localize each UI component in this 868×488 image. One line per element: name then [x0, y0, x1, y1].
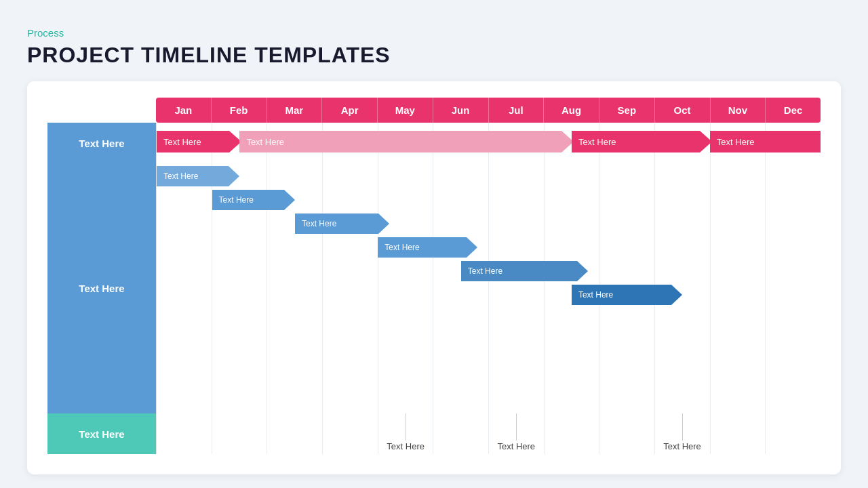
row1-section: Text HereText HereText HereText Here: [157, 123, 821, 161]
row2-bar-0: Text Here: [157, 166, 239, 186]
row1-label: Text Here: [47, 123, 156, 163]
row1-bar-2: Text Here: [572, 131, 712, 152]
months-row: JanFebMarAprMayJunJulAugSepOctNovDec: [156, 98, 821, 123]
row2-bar-2: Text Here: [295, 214, 389, 234]
row2-bar-4: Text Here: [461, 261, 589, 281]
month-cell-jan: Jan: [156, 98, 212, 123]
page-title: PROJECT TIMELINE TEMPLATES: [27, 43, 841, 68]
milestone-line-0: [406, 413, 406, 441]
row1-bar-3: Text Here: [710, 131, 821, 152]
month-cell-feb: Feb: [212, 98, 267, 123]
milestone-label-2: Text Here: [663, 441, 701, 451]
chart-container: JanFebMarAprMayJunJulAugSepOctNovDec Tex…: [27, 81, 841, 474]
grid-body: Text Here Text Here Text Here Text HereT…: [47, 123, 821, 454]
milestone-line-1: [516, 413, 517, 441]
row2-section: Text HereText HereText HereText HereText…: [157, 161, 821, 413]
row3-section: Text HereText HereText Here: [157, 413, 821, 454]
month-cell-may: May: [378, 98, 433, 123]
row3-label: Text Here: [47, 413, 156, 454]
month-cell-mar: Mar: [267, 98, 323, 123]
month-cell-dec: Dec: [766, 98, 821, 123]
row2-bar-3: Text Here: [378, 237, 477, 258]
row1-bar-0: Text Here: [157, 131, 241, 152]
milestone-label-0: Text Here: [387, 441, 425, 451]
row2-bar-1: Text Here: [212, 190, 295, 210]
page-label: Process: [27, 27, 841, 39]
row2-bar-5: Text Here: [572, 285, 682, 305]
month-cell-apr: Apr: [322, 98, 378, 123]
timeline-wrapper: JanFebMarAprMayJunJulAugSepOctNovDec Tex…: [47, 98, 821, 454]
month-cell-aug: Aug: [544, 98, 599, 123]
month-cell-jul: Jul: [489, 98, 545, 123]
grid-area: Text HereText HereText HereText Here Tex…: [156, 123, 821, 454]
month-cell-nov: Nov: [711, 98, 766, 123]
row1-bar-1: Text Here: [239, 131, 573, 152]
milestone-label-1: Text Here: [497, 441, 535, 451]
row2-label: Text Here: [47, 163, 156, 413]
milestone-line-2: [682, 413, 683, 441]
month-cell-jun: Jun: [433, 98, 489, 123]
month-cell-oct: Oct: [655, 98, 711, 123]
month-cell-sep: Sep: [599, 98, 655, 123]
row-labels: Text Here Text Here Text Here: [47, 123, 156, 454]
